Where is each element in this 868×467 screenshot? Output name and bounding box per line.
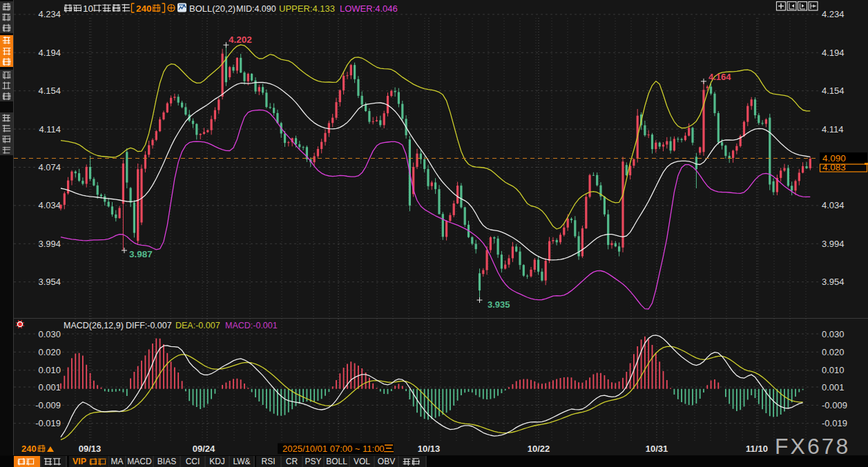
svg-text:3.994: 3.994	[38, 239, 61, 249]
svg-text:FX678: FX678	[775, 434, 850, 459]
svg-text:10/13: 10/13	[418, 444, 441, 454]
svg-text:09/13: 09/13	[79, 444, 102, 454]
svg-text:0.010: 0.010	[822, 365, 845, 375]
svg-text:0.020: 0.020	[822, 347, 845, 357]
svg-text:BIAS: BIAS	[157, 457, 176, 466]
svg-text:4.034: 4.034	[822, 200, 845, 210]
svg-text:MACD(26,12,9): MACD(26,12,9)	[64, 321, 124, 330]
svg-text:4.074: 4.074	[38, 162, 61, 172]
svg-text:-0.019: -0.019	[822, 418, 847, 428]
svg-text:0.030: 0.030	[38, 329, 61, 339]
svg-text:KDJ: KDJ	[209, 457, 225, 466]
svg-text:4.234: 4.234	[38, 9, 61, 19]
svg-text:4.154: 4.154	[822, 86, 845, 96]
svg-text:240: 240	[21, 444, 37, 454]
svg-text:3.987: 3.987	[129, 249, 153, 259]
svg-text:4.034: 4.034	[38, 200, 61, 210]
svg-text:11/10: 11/10	[746, 444, 768, 454]
svg-text:CCI: CCI	[186, 457, 200, 466]
svg-text:0.001: 0.001	[822, 382, 845, 393]
svg-text:OBV: OBV	[378, 457, 395, 466]
svg-text:LOWER:4.046: LOWER:4.046	[340, 3, 398, 14]
svg-text:4.114: 4.114	[39, 124, 61, 135]
svg-text:09/24: 09/24	[193, 444, 215, 454]
svg-text:4.154: 4.154	[38, 86, 61, 96]
svg-text:MACD:-0.001: MACD:-0.001	[225, 321, 278, 330]
svg-text:-0.009: -0.009	[822, 400, 847, 410]
svg-text:BOLL: BOLL	[326, 457, 347, 466]
svg-text:VOL: VOL	[354, 457, 370, 466]
svg-text:10: 10	[83, 3, 93, 14]
svg-text:10/22: 10/22	[528, 444, 550, 454]
svg-text:4.202: 4.202	[229, 34, 252, 45]
svg-text:-0.009: -0.009	[35, 400, 61, 410]
svg-text:4.090: 4.090	[822, 153, 846, 163]
svg-text:3.954: 3.954	[38, 277, 61, 287]
svg-text:0.010: 0.010	[38, 365, 61, 375]
svg-text:0.001: 0.001	[38, 382, 61, 393]
svg-text:RSI: RSI	[261, 457, 275, 466]
svg-text:4.234: 4.234	[822, 9, 845, 19]
svg-text:MACD: MACD	[127, 457, 152, 466]
svg-text:4.194: 4.194	[822, 48, 845, 58]
svg-text:BOLL(20,2): BOLL(20,2)	[189, 3, 235, 14]
svg-text:4.114: 4.114	[822, 124, 844, 135]
svg-text:PSY: PSY	[305, 457, 321, 466]
svg-text:3.935: 3.935	[488, 299, 510, 310]
svg-text:4.194: 4.194	[38, 48, 61, 58]
svg-text:3.954: 3.954	[822, 277, 845, 287]
svg-text:VIP: VIP	[73, 457, 86, 466]
svg-text:3.994: 3.994	[822, 239, 845, 249]
svg-text:UPPER:4.133: UPPER:4.133	[279, 3, 335, 14]
svg-text:4.164: 4.164	[708, 72, 731, 82]
svg-text:-0.019: -0.019	[35, 418, 61, 428]
svg-text:DEA:-0.007: DEA:-0.007	[175, 321, 220, 330]
svg-text:LW&: LW&	[233, 457, 250, 466]
svg-text:DIFF:-0.007: DIFF:-0.007	[126, 321, 172, 330]
svg-text:10/31: 10/31	[646, 444, 668, 454]
svg-text:CR: CR	[286, 457, 298, 466]
svg-text:MID:4.090: MID:4.090	[236, 4, 276, 14]
svg-text:0.020: 0.020	[38, 347, 61, 357]
svg-text:240: 240	[136, 3, 152, 14]
svg-text:2025/10/01 07:00 ~ 11:00: 2025/10/01 07:00 ~ 11:00	[282, 444, 385, 454]
svg-text:0.030: 0.030	[822, 329, 845, 339]
svg-text:MA: MA	[111, 457, 124, 466]
